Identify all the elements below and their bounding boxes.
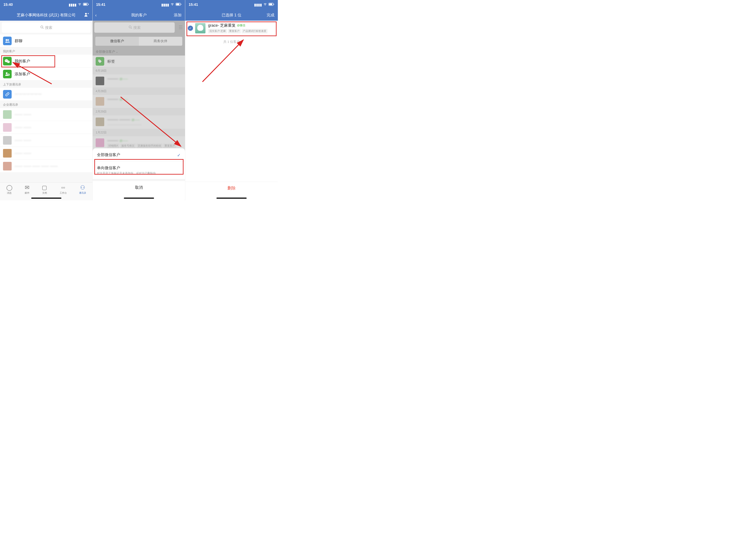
customer-tags: 经销商A服务号推文芝麻服务助手的粉丝重复客户	[107, 144, 182, 148]
tab-contacts[interactable]: ⚇通讯录	[79, 184, 86, 201]
svg-point-3	[85, 13, 87, 15]
group-chat-row[interactable]: 群聊	[0, 34, 92, 47]
tab-bar: ◯消息 ✉邮件 ▢文档 ▫▫工作台 ⚇通讯录	[0, 182, 92, 201]
svg-rect-25	[269, 3, 272, 5]
add-customer-label: 添加客户	[15, 72, 30, 77]
selected-customer-row[interactable]: ✓ grace- 芝麻重复 @微信 流失客户-芝麻 重复客户 产品测试打标签速度	[185, 21, 278, 36]
sheet-item-label: 全部微信客户	[97, 153, 120, 157]
add-customer-icon	[3, 70, 12, 78]
workbench-icon: ▫▫	[61, 184, 65, 191]
customer-row[interactable]: ——— @——	[93, 75, 185, 88]
nav-bar: 已选择 1 位 完成	[185, 9, 278, 21]
avatar	[96, 97, 104, 106]
wechat-icon	[3, 57, 12, 65]
tag: 重复客户	[228, 29, 241, 33]
svg-point-22	[99, 60, 100, 61]
section-corp: 企业通讯录	[0, 101, 92, 108]
contact-row[interactable]: —— —— —— —— ——	[0, 160, 92, 173]
date-group: 2月29日	[93, 108, 185, 115]
svg-point-9	[7, 61, 10, 63]
contact-row[interactable]: —— ——	[0, 108, 92, 121]
nav-bar: 芝麻小事网络科技 (武汉) 有限公司	[0, 9, 92, 21]
svg-point-13	[9, 61, 9, 62]
battery-icon	[176, 3, 182, 7]
customer-name: ——— ——— @——	[107, 118, 182, 122]
avatar	[3, 149, 12, 158]
date-group: 1月22日	[93, 129, 185, 136]
avatar	[3, 110, 12, 119]
svg-point-20	[129, 26, 131, 28]
tag: 流失客户-芝麻	[208, 29, 227, 33]
tab-messages[interactable]: ◯消息	[6, 184, 12, 201]
customer-row[interactable]: ——— @——	[93, 95, 185, 108]
done-button[interactable]: 完成	[267, 12, 274, 18]
home-indicator[interactable]	[124, 198, 154, 199]
home-indicator[interactable]	[216, 198, 247, 199]
contact-row[interactable]: —— ——	[0, 147, 92, 160]
upstream-row[interactable]: 一一一一一一一	[0, 88, 92, 101]
status-icons: ▮▮▮▮	[161, 3, 182, 7]
search-icon	[129, 25, 132, 30]
svg-point-7	[7, 39, 9, 41]
signal-icon: ▮▮▮▮	[69, 3, 76, 7]
sheet-oneway-customers[interactable]: 单向微信客户 对方开启了免验证且未添加你，或对方已删除你	[93, 162, 185, 179]
customer-tags: 流失客户-芝麻 重复客户 产品测试打标签速度	[208, 29, 275, 33]
svg-line-5	[43, 28, 44, 29]
svg-point-11	[7, 60, 7, 60]
customer-row[interactable]: ——— ——— @————————————	[93, 115, 185, 129]
seg-business[interactable]: 商务伙伴	[139, 37, 182, 46]
filter-dropdown[interactable]: 全部微信客户 ⌄	[93, 48, 185, 56]
avatar	[3, 162, 12, 171]
phone-my-customers-screen: 15:41 ▮▮▮▮ ‹ 我的客户 添加 搜索 ☰ 微信客户	[93, 0, 185, 201]
search-input[interactable]: 搜索	[94, 22, 175, 33]
svg-rect-18	[176, 3, 179, 5]
add-contact-icon[interactable]	[84, 12, 89, 18]
tags-row[interactable]: 标签	[93, 56, 185, 67]
section-upstream: 上下游通讯录	[0, 81, 92, 88]
status-icons: ▮▮▮▮	[69, 3, 89, 7]
search-input[interactable]: 搜索	[2, 22, 91, 33]
contact-row[interactable]: —— ——	[0, 121, 92, 134]
customer-name: ——— @——	[107, 77, 182, 81]
contact-name: —— ——	[15, 112, 31, 117]
add-button[interactable]: 添加	[174, 12, 182, 18]
add-customer-row[interactable]: 添加客户	[0, 68, 92, 81]
search-icon	[40, 25, 44, 30]
date-group: 6月18日	[93, 67, 185, 75]
signal-icon: ▮▮▮▮	[161, 3, 169, 7]
customer-tags: ——————————	[107, 123, 182, 127]
checkbox-checked-icon[interactable]: ✓	[188, 26, 193, 31]
tags-label: 标签	[107, 59, 115, 64]
menu-icon[interactable]: ☰	[176, 25, 185, 30]
avatar	[3, 136, 12, 145]
date-group: 4月28日	[93, 88, 185, 95]
svg-point-4	[41, 26, 43, 28]
tag: 芝麻服务助手的粉丝	[137, 144, 162, 148]
tab-mail[interactable]: ✉邮件	[25, 184, 30, 201]
svg-line-21	[131, 28, 132, 29]
tab-label: 工作台	[60, 191, 67, 195]
delete-button[interactable]: 删除	[185, 182, 278, 194]
home-indicator[interactable]	[31, 198, 61, 199]
contact-row[interactable]: —— ——	[0, 134, 92, 147]
avatar	[96, 118, 104, 126]
sheet-cancel-button[interactable]: 取消	[93, 179, 185, 194]
my-customers-row[interactable]: 我的客户	[0, 55, 92, 68]
customer-name: ——— @——	[107, 138, 182, 143]
customer-name: ——— @——	[107, 97, 182, 101]
customer-name: grace- 芝麻重复	[208, 23, 236, 28]
seg-wechat[interactable]: 微信客户	[95, 37, 139, 46]
group-chat-label: 群聊	[15, 38, 22, 44]
back-button[interactable]: ‹	[95, 13, 97, 18]
wechat-badge: @微信	[237, 23, 245, 27]
filter-label: 全部微信客户	[96, 50, 115, 54]
page-title: 芝麻小事网络科技 (武汉) 有限公司	[17, 12, 76, 18]
page-title: 我的客户	[131, 12, 147, 18]
avatar	[96, 138, 104, 147]
svg-rect-2	[88, 4, 89, 5]
chevron-down-icon: ⌄	[116, 50, 118, 53]
segmented-control: 微信客户 商务伙伴	[95, 37, 182, 46]
sheet-all-customers[interactable]: 全部微信客户 ✓	[93, 148, 185, 162]
contact-name: —— —— —— —— ——	[15, 164, 58, 168]
action-sheet: 全部微信客户 ✓ 单向微信客户 对方开启了免验证且未添加你，或对方已删除你 取消	[93, 148, 185, 201]
